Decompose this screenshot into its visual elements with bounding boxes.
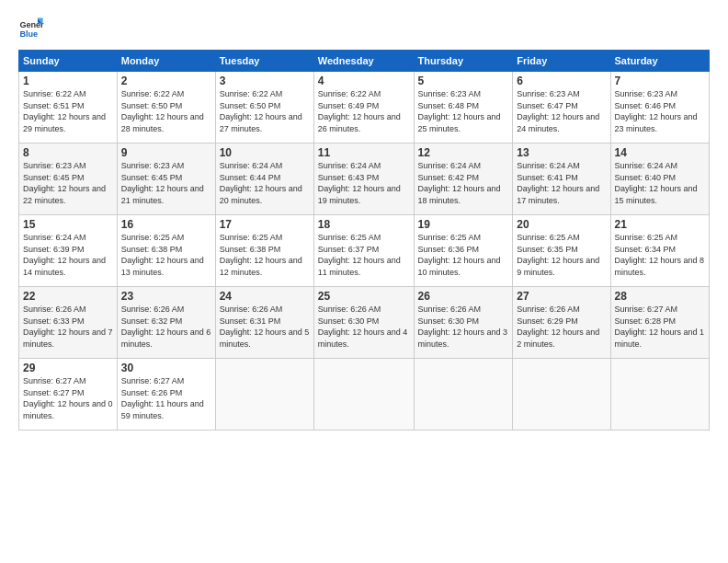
day-number: 10 [220,146,310,159]
day-info: Sunrise: 6:26 AMSunset: 6:31 PMDaylight:… [220,304,310,350]
day-number: 27 [517,290,606,303]
logo: General Blue [18,15,44,40]
day-info: Sunrise: 6:24 AMSunset: 6:43 PMDaylight:… [318,160,410,206]
calendar-cell: 15Sunrise: 6:24 AMSunset: 6:39 PMDayligh… [19,215,118,287]
day-number: 9 [121,146,211,159]
week-row-1: 1Sunrise: 6:22 AMSunset: 6:51 PMDaylight… [19,72,710,144]
calendar-cell: 20Sunrise: 6:25 AMSunset: 6:35 PMDayligh… [513,215,610,287]
day-number: 23 [121,290,211,303]
day-info: Sunrise: 6:23 AMSunset: 6:45 PMDaylight:… [23,160,113,206]
day-number: 15 [23,218,113,231]
day-number: 4 [318,75,410,87]
calendar-cell: 2Sunrise: 6:22 AMSunset: 6:50 PMDaylight… [117,72,215,144]
calendar-cell: 13Sunrise: 6:24 AMSunset: 6:41 PMDayligh… [513,144,610,215]
day-number: 1 [23,75,113,87]
calendar-cell: 23Sunrise: 6:26 AMSunset: 6:32 PMDayligh… [117,287,215,359]
day-info: Sunrise: 6:22 AMSunset: 6:50 PMDaylight:… [121,88,211,134]
day-info: Sunrise: 6:22 AMSunset: 6:49 PMDaylight:… [318,88,410,134]
col-monday: Monday [117,51,215,72]
calendar-cell: 12Sunrise: 6:24 AMSunset: 6:42 PMDayligh… [414,144,513,215]
day-info: Sunrise: 6:26 AMSunset: 6:32 PMDaylight:… [121,304,211,350]
calendar-cell: 16Sunrise: 6:25 AMSunset: 6:38 PMDayligh… [117,215,215,287]
day-number: 18 [318,218,410,231]
day-info: Sunrise: 6:24 AMSunset: 6:41 PMDaylight:… [517,160,606,206]
day-number: 29 [23,362,113,374]
calendar-cell: 26Sunrise: 6:26 AMSunset: 6:30 PMDayligh… [414,287,513,359]
day-info: Sunrise: 6:23 AMSunset: 6:47 PMDaylight:… [517,88,606,134]
day-number: 20 [517,218,606,231]
calendar-cell: 25Sunrise: 6:26 AMSunset: 6:30 PMDayligh… [313,287,414,359]
calendar-cell: 14Sunrise: 6:24 AMSunset: 6:40 PMDayligh… [610,144,709,215]
col-friday: Friday [513,51,610,72]
calendar-cell: 1Sunrise: 6:22 AMSunset: 6:51 PMDaylight… [19,72,118,144]
col-saturday: Saturday [610,51,709,72]
calendar-cell: 8Sunrise: 6:23 AMSunset: 6:45 PMDaylight… [19,144,118,215]
calendar-cell: 19Sunrise: 6:25 AMSunset: 6:36 PMDayligh… [414,215,513,287]
calendar-cell [610,359,709,431]
day-number: 12 [418,146,509,159]
calendar-cell: 29Sunrise: 6:27 AMSunset: 6:27 PMDayligh… [19,359,118,431]
day-number: 24 [220,290,310,303]
day-info: Sunrise: 6:25 AMSunset: 6:35 PMDaylight:… [517,232,606,278]
day-number: 21 [615,218,705,231]
day-number: 26 [418,290,509,303]
day-info: Sunrise: 6:23 AMSunset: 6:48 PMDaylight:… [418,88,509,134]
day-info: Sunrise: 6:24 AMSunset: 6:40 PMDaylight:… [615,160,705,206]
calendar-cell [313,359,414,431]
day-number: 17 [220,218,310,231]
day-info: Sunrise: 6:27 AMSunset: 6:27 PMDaylight:… [23,375,113,421]
day-number: 25 [318,290,410,303]
day-number: 11 [318,146,410,159]
day-info: Sunrise: 6:24 AMSunset: 6:44 PMDaylight:… [220,160,310,206]
day-number: 28 [615,290,705,303]
calendar-cell [414,359,513,431]
calendar-cell: 4Sunrise: 6:22 AMSunset: 6:49 PMDaylight… [313,72,414,144]
week-row-4: 22Sunrise: 6:26 AMSunset: 6:33 PMDayligh… [19,287,710,359]
calendar-cell: 7Sunrise: 6:23 AMSunset: 6:46 PMDaylight… [610,72,709,144]
calendar-cell: 24Sunrise: 6:26 AMSunset: 6:31 PMDayligh… [215,287,313,359]
header-row: Sunday Monday Tuesday Wednesday Thursday… [19,51,710,72]
calendar-cell: 21Sunrise: 6:25 AMSunset: 6:34 PMDayligh… [610,215,709,287]
day-info: Sunrise: 6:22 AMSunset: 6:50 PMDaylight:… [220,88,310,134]
day-number: 2 [121,75,211,87]
week-row-5: 29Sunrise: 6:27 AMSunset: 6:27 PMDayligh… [19,359,710,431]
day-info: Sunrise: 6:22 AMSunset: 6:51 PMDaylight:… [23,88,113,134]
day-number: 16 [121,218,211,231]
day-number: 13 [517,146,606,159]
calendar-cell: 9Sunrise: 6:23 AMSunset: 6:45 PMDaylight… [117,144,215,215]
calendar-cell [513,359,610,431]
calendar-cell: 28Sunrise: 6:27 AMSunset: 6:28 PMDayligh… [610,287,709,359]
day-info: Sunrise: 6:26 AMSunset: 6:33 PMDaylight:… [23,304,113,350]
day-number: 14 [615,146,705,159]
col-sunday: Sunday [19,51,118,72]
calendar-cell [215,359,313,431]
day-info: Sunrise: 6:24 AMSunset: 6:39 PMDaylight:… [23,232,113,278]
day-info: Sunrise: 6:23 AMSunset: 6:45 PMDaylight:… [121,160,211,206]
day-number: 22 [23,290,113,303]
day-info: Sunrise: 6:23 AMSunset: 6:46 PMDaylight:… [615,88,705,134]
day-info: Sunrise: 6:24 AMSunset: 6:42 PMDaylight:… [418,160,509,206]
svg-text:Blue: Blue [19,29,38,39]
col-tuesday: Tuesday [215,51,313,72]
day-info: Sunrise: 6:26 AMSunset: 6:30 PMDaylight:… [418,304,509,350]
calendar-cell: 3Sunrise: 6:22 AMSunset: 6:50 PMDaylight… [215,72,313,144]
calendar-cell: 11Sunrise: 6:24 AMSunset: 6:43 PMDayligh… [313,144,414,215]
day-number: 5 [418,75,509,87]
week-row-2: 8Sunrise: 6:23 AMSunset: 6:45 PMDaylight… [19,144,710,215]
calendar-cell: 27Sunrise: 6:26 AMSunset: 6:29 PMDayligh… [513,287,610,359]
col-wednesday: Wednesday [313,51,414,72]
day-info: Sunrise: 6:27 AMSunset: 6:28 PMDaylight:… [615,304,705,350]
day-info: Sunrise: 6:25 AMSunset: 6:34 PMDaylight:… [615,232,705,278]
calendar-cell: 6Sunrise: 6:23 AMSunset: 6:47 PMDaylight… [513,72,610,144]
day-info: Sunrise: 6:25 AMSunset: 6:37 PMDaylight:… [318,232,410,278]
day-number: 7 [615,75,705,87]
day-info: Sunrise: 6:27 AMSunset: 6:26 PMDaylight:… [121,375,211,421]
calendar-cell: 10Sunrise: 6:24 AMSunset: 6:44 PMDayligh… [215,144,313,215]
day-info: Sunrise: 6:25 AMSunset: 6:36 PMDaylight:… [418,232,509,278]
day-number: 8 [23,146,113,159]
day-info: Sunrise: 6:25 AMSunset: 6:38 PMDaylight:… [121,232,211,278]
calendar-cell: 30Sunrise: 6:27 AMSunset: 6:26 PMDayligh… [117,359,215,431]
day-info: Sunrise: 6:26 AMSunset: 6:29 PMDaylight:… [517,304,606,350]
day-number: 3 [220,75,310,87]
day-info: Sunrise: 6:25 AMSunset: 6:38 PMDaylight:… [220,232,310,278]
